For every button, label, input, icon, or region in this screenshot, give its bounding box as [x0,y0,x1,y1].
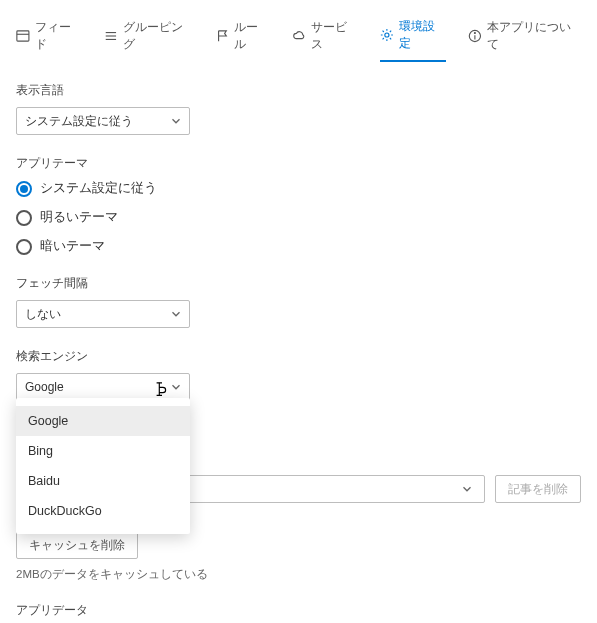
language-label: 表示言語 [16,82,581,99]
fetch-select[interactable]: しない [16,300,190,328]
fetch-value: しない [25,306,61,323]
search-option-duckduckgo[interactable]: DuckDuckGo [16,496,190,526]
search-option-baidu[interactable]: Baidu [16,466,190,496]
theme-radio-group: システム設定に従う 明るいテーマ 暗いテーマ [16,180,581,255]
radio-icon [16,239,32,255]
theme-label: アプリテーマ [16,155,581,172]
language-select[interactable]: システム設定に従う [16,107,190,135]
section-language: 表示言語 システム設定に従う [16,82,581,135]
chevron-down-icon [169,114,183,128]
tab-label: 本アプリについて [487,19,581,53]
chevron-down-icon [169,380,183,394]
tab-feed[interactable]: フィード [16,14,82,62]
tab-label: 環境設定 [399,18,446,52]
fetch-label: フェッチ間隔 [16,275,581,292]
svg-point-8 [474,32,475,33]
tab-label: サービス [311,19,358,53]
flag-icon [216,29,230,43]
radio-icon [16,181,32,197]
cloud-icon [292,29,306,43]
search-select[interactable]: Google [16,373,190,401]
gear-icon [380,28,394,42]
radio-icon [16,210,32,226]
delete-article-button[interactable]: 記事を削除 [495,475,581,503]
section-fetch: フェッチ間隔 しない [16,275,581,328]
appdata-label: アプリデータ [16,602,581,619]
language-value: システム設定に従う [25,113,133,130]
search-value: Google [25,380,64,394]
tab-bar: フィード グルーピング ルール サービス 環境設定 本アプリについて [16,8,581,62]
search-label: 検索エンジン [16,348,581,365]
section-search: 検索エンジン Google Google Bing Baidu DuckDuck… [16,348,581,503]
info-icon [468,29,482,43]
tab-settings[interactable]: 環境設定 [380,14,446,62]
tab-label: フィード [35,19,82,53]
group-icon [104,29,118,43]
svg-rect-0 [17,31,29,41]
tab-label: グルーピング [123,19,194,53]
theme-option-dark[interactable]: 暗いテーマ [16,238,581,255]
tab-grouping[interactable]: グルーピング [104,14,194,62]
chevron-down-icon [169,307,183,321]
theme-option-light[interactable]: 明るいテーマ [16,209,581,226]
svg-point-5 [385,33,389,37]
search-dropdown: Google Bing Baidu DuckDuckGo [16,398,190,534]
search-option-google[interactable]: Google [16,406,190,436]
tab-about[interactable]: 本アプリについて [468,14,581,62]
cache-status: 2MBのデータをキャッシュしている [16,567,581,582]
tab-rule[interactable]: ルール [216,14,270,62]
clear-cache-button[interactable]: キャッシュを削除 [16,531,138,559]
search-option-bing[interactable]: Bing [16,436,190,466]
tab-service[interactable]: サービス [292,14,358,62]
chevron-down-icon [460,482,474,496]
section-appdata: アプリデータ バックアップ リストア [16,602,581,623]
list-icon [16,29,30,43]
tab-label: ルール [234,19,269,53]
radio-label: システム設定に従う [40,180,157,197]
section-theme: アプリテーマ システム設定に従う 明るいテーマ 暗いテーマ [16,155,581,255]
radio-label: 暗いテーマ [40,238,105,255]
section-cache: キャッシュを削除 2MBのデータをキャッシュしている [16,531,581,582]
radio-label: 明るいテーマ [40,209,118,226]
theme-option-system[interactable]: システム設定に従う [16,180,581,197]
